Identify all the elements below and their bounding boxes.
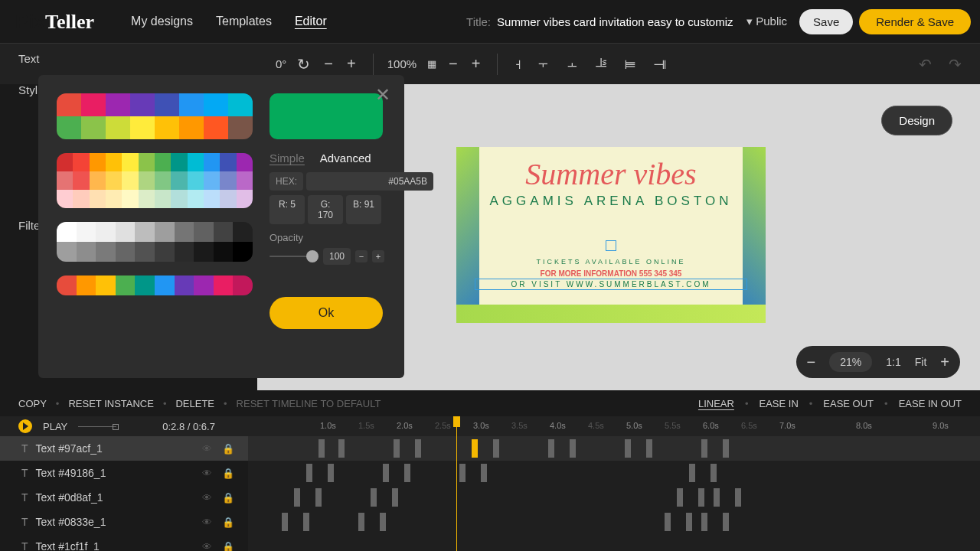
swatch[interactable] — [171, 171, 187, 190]
copy-button[interactable]: COPY — [18, 398, 47, 409]
swatch[interactable] — [96, 222, 116, 242]
swatch[interactable] — [220, 190, 236, 208]
palette-3[interactable] — [57, 222, 253, 262]
keyframe[interactable] — [380, 513, 386, 531]
reset-instance-button[interactable]: RESET INSTANCE — [68, 398, 153, 409]
keyframe[interactable] — [315, 488, 322, 507]
render-save-button[interactable]: Render & Save — [859, 9, 971, 34]
swatch[interactable] — [135, 242, 155, 262]
delete-button[interactable]: DELETE — [175, 398, 214, 409]
keyframe[interactable] — [394, 439, 400, 458]
align-top-icon[interactable]: ⫡ — [591, 55, 612, 73]
keyframe[interactable] — [646, 439, 652, 458]
swatch[interactable] — [220, 153, 236, 171]
visibility-icon[interactable]: 👁 — [202, 492, 212, 504]
swatch[interactable] — [106, 116, 130, 139]
keyframe[interactable] — [493, 439, 499, 458]
swatch[interactable] — [220, 171, 236, 190]
title-input[interactable] — [497, 15, 734, 28]
play-progress[interactable] — [78, 426, 116, 427]
rotate-plus[interactable]: + — [344, 55, 359, 73]
swatch[interactable] — [155, 93, 179, 116]
swatch[interactable] — [214, 242, 234, 262]
swatch[interactable] — [204, 153, 220, 171]
swatch[interactable] — [237, 171, 253, 190]
keyframe[interactable] — [701, 439, 707, 458]
swatch[interactable] — [116, 222, 136, 242]
swatch[interactable] — [57, 171, 73, 190]
swatch[interactable] — [204, 116, 228, 139]
canvas-line3-selected[interactable]: OR VISIT WWW.SUMMERBLAST.COM — [475, 279, 747, 290]
swatch[interactable] — [194, 222, 214, 242]
hex-input[interactable] — [306, 172, 433, 191]
swatch[interactable] — [171, 190, 187, 208]
align-right-icon[interactable]: ⫠ — [562, 55, 583, 73]
close-icon[interactable]: ✕ — [375, 84, 390, 106]
swatch[interactable] — [116, 276, 136, 295]
swatch[interactable] — [122, 190, 138, 208]
keyframe[interactable] — [698, 488, 704, 507]
keyframe[interactable] — [686, 513, 692, 531]
rotate-icon[interactable]: ↻ — [294, 55, 313, 73]
swatch[interactable] — [214, 276, 234, 295]
align-center-h-icon[interactable]: ⫟ — [533, 55, 554, 73]
visibility-icon[interactable]: 👁 — [202, 468, 212, 479]
rotate-minus[interactable]: − — [321, 55, 336, 73]
swatch[interactable] — [77, 276, 96, 295]
design-button[interactable]: Design — [881, 106, 952, 135]
zoom-out-icon[interactable]: − — [807, 354, 816, 371]
swatch[interactable] — [130, 116, 155, 139]
swatch[interactable] — [106, 190, 122, 208]
ease-out[interactable]: EASE OUT — [823, 398, 874, 409]
swatch[interactable] — [155, 190, 171, 208]
swatch[interactable] — [175, 276, 194, 295]
swatch[interactable] — [135, 222, 155, 242]
opacity-minus[interactable]: − — [355, 250, 368, 262]
keyframe[interactable] — [338, 439, 345, 458]
visibility-icon[interactable]: 👁 — [202, 541, 212, 552]
swatch[interactable] — [155, 153, 171, 171]
timeline-track[interactable]: TText #1cf1f_1👁🔒 — [0, 534, 980, 551]
lock-icon[interactable]: 🔒 — [222, 492, 234, 504]
keyframe[interactable] — [392, 488, 398, 507]
save-button[interactable]: Save — [799, 9, 853, 34]
keyframe[interactable] — [371, 488, 377, 507]
swatch[interactable] — [155, 116, 179, 139]
keyframe[interactable] — [735, 488, 741, 507]
swatch[interactable] — [179, 93, 204, 116]
undo-icon[interactable]: ↶ — [916, 55, 935, 73]
swatch[interactable] — [57, 190, 73, 208]
ease-linear[interactable]: LINEAR — [698, 398, 734, 409]
swatch[interactable] — [90, 171, 106, 190]
opacity-slider[interactable] — [270, 256, 318, 257]
ease-in[interactable]: EASE IN — [759, 398, 798, 409]
swatch[interactable] — [57, 153, 73, 171]
timeline-ruler[interactable]: 1.0s2.0s3.0s4.0s5.0s6.0s7.0s8.0s9.0s1.5s… — [248, 416, 980, 436]
swatch[interactable] — [57, 93, 81, 116]
tab-simple[interactable]: Simple — [270, 152, 305, 165]
swatch[interactable] — [188, 190, 204, 208]
swatch[interactable] — [155, 242, 175, 262]
keyframe[interactable] — [383, 464, 389, 482]
logo[interactable]: PixTeller — [9, 8, 100, 35]
selection-handle[interactable] — [606, 240, 616, 251]
lock-icon[interactable]: 🔒 — [222, 468, 234, 479]
keyframe[interactable] — [665, 513, 671, 531]
swatch[interactable] — [106, 93, 130, 116]
swatch[interactable] — [237, 190, 253, 208]
swatch[interactable] — [233, 276, 253, 295]
keyframe[interactable] — [404, 464, 410, 482]
swatch[interactable] — [233, 222, 253, 242]
swatch[interactable] — [57, 222, 77, 242]
canvas-title[interactable]: Summer vibes — [479, 156, 743, 192]
swatch[interactable] — [122, 171, 138, 190]
swatch[interactable] — [233, 242, 253, 262]
keyframe[interactable] — [677, 488, 683, 507]
tab-advanced[interactable]: Advanced — [320, 152, 371, 165]
align-left-icon[interactable]: ⫞ — [511, 55, 525, 73]
timeline-track[interactable]: TText #0833e_1👁🔒 — [0, 510, 980, 534]
align-bottom-icon[interactable]: ⫣ — [649, 55, 671, 73]
swatch[interactable] — [188, 171, 204, 190]
swatch[interactable] — [106, 153, 122, 171]
swatch[interactable] — [122, 153, 138, 171]
